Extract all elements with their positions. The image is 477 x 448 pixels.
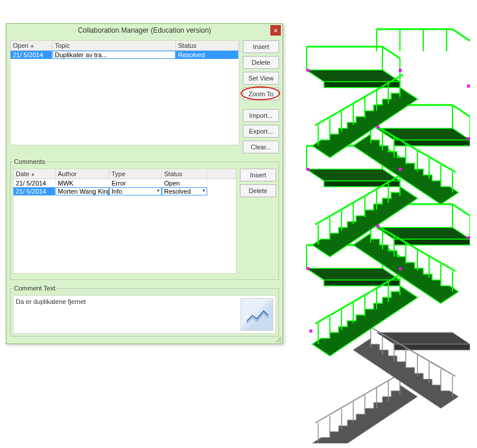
insert-button[interactable]: Insert	[243, 40, 279, 53]
comment-status-select[interactable]: Resolved ▾	[162, 187, 207, 195]
comment-text-box	[13, 295, 276, 334]
col-author[interactable]: Author	[55, 169, 109, 178]
topics-row: Open ▲ Topic Status 21/ 5/2014 Duplikate…	[10, 40, 279, 153]
col-date-label: Date	[16, 170, 29, 177]
comment-status: Open	[162, 179, 207, 187]
import-button[interactable]: Import...	[243, 109, 279, 122]
topic-date: 21/ 5/2014	[11, 51, 53, 59]
zoom-to-button[interactable]: Zoom To	[243, 88, 279, 100]
comment-type-select[interactable]: Info ▾	[109, 187, 162, 195]
comment-delete-button[interactable]: Delete	[240, 184, 276, 197]
comment-type: Error	[109, 179, 162, 187]
export-button[interactable]: Export...	[243, 125, 279, 138]
topic-row[interactable]: 21/ 5/2014 Duplikater av tra... Resolved	[11, 51, 239, 59]
comment-status-value: Resolved	[164, 188, 191, 195]
comments-group: Comments Date ▲ Author Type	[10, 157, 279, 280]
comment-author[interactable]: Morten Wang King	[55, 187, 109, 195]
sort-asc-icon: ▲	[30, 172, 35, 177]
comment-text-label: Comment Text	[13, 284, 57, 293]
comment-type-value: Info	[112, 188, 122, 195]
col-status-label: Status	[164, 170, 182, 177]
comment-row[interactable]: 21/ 5/2014 Morten Wang King Info ▾ Resol…	[13, 187, 236, 195]
comment-date: 21/ 5/2014	[13, 187, 55, 195]
col-author-label: Author	[58, 170, 76, 177]
topics-grid[interactable]: Open ▲ Topic Status 21/ 5/2014 Duplikate…	[10, 40, 239, 145]
close-icon: ✕	[273, 27, 278, 34]
chevron-down-icon: ▾	[157, 188, 159, 193]
set-view-button[interactable]: Set View	[243, 72, 279, 85]
col-status-label: Status	[178, 42, 196, 49]
col-topic[interactable]: Topic	[53, 41, 176, 50]
svg-line-25	[452, 29, 470, 41]
view-thumbnail[interactable]	[241, 298, 273, 331]
topic-topic[interactable]: Duplikater av tra...	[53, 51, 176, 59]
comment-author: MWK	[55, 179, 109, 187]
comments-row: Date ▲ Author Type Status	[13, 169, 276, 274]
sort-asc-icon: ▲	[30, 43, 34, 48]
comment-date: 21/ 5/2014	[13, 179, 55, 187]
col-status[interactable]: Status	[176, 41, 239, 50]
col-date[interactable]: Date ▲	[13, 169, 55, 178]
col-topic-label: Topic	[55, 42, 70, 49]
comments-header: Date ▲ Author Type Status	[13, 169, 236, 179]
col-type[interactable]: Type	[109, 169, 162, 178]
window-title: Collaboration Manager (Education version…	[78, 26, 211, 34]
topics-header: Open ▲ Topic Status	[11, 41, 239, 51]
comment-text-group: Comment Text	[10, 284, 279, 337]
comments-grid[interactable]: Date ▲ Author Type Status	[13, 169, 236, 274]
comments-label: Comments	[13, 157, 46, 166]
comments-buttons: Insert Delete	[240, 169, 276, 274]
chevron-down-icon: ▾	[203, 188, 205, 193]
clear-button[interactable]: Clear...	[243, 141, 279, 153]
resize-grip-icon[interactable]	[276, 337, 281, 342]
topic-status: Resolved	[176, 51, 239, 59]
col-open-label: Open	[13, 42, 29, 49]
col-open[interactable]: Open ▲	[11, 41, 53, 50]
spacer	[243, 103, 279, 106]
col-type-label: Type	[112, 170, 126, 177]
comment-insert-button[interactable]: Insert	[240, 169, 276, 181]
comment-row[interactable]: 21/ 5/2014 MWK Error Open	[13, 179, 236, 187]
topics-buttons: Insert Delete Set View Zoom To Import...…	[243, 40, 279, 153]
model-viewport[interactable]	[289, 6, 470, 443]
col-status[interactable]: Status	[162, 169, 207, 178]
comment-text-area[interactable]	[13, 296, 238, 333]
titlebar: Collaboration Manager (Education version…	[6, 24, 283, 37]
delete-button[interactable]: Delete	[243, 56, 279, 69]
collaboration-manager-window: Collaboration Manager (Education version…	[6, 23, 283, 344]
close-button[interactable]: ✕	[270, 25, 281, 36]
panel-body: Open ▲ Topic Status 21/ 5/2014 Duplikate…	[6, 37, 283, 344]
